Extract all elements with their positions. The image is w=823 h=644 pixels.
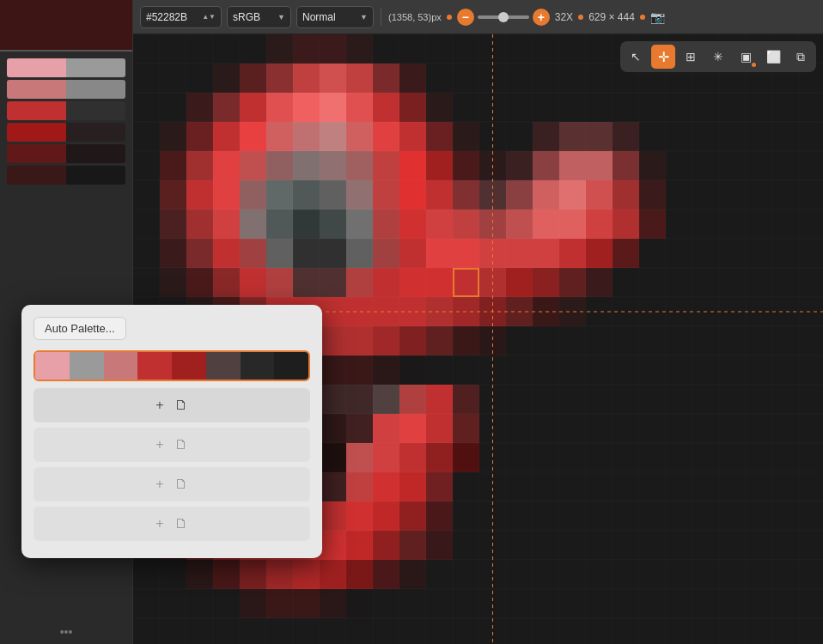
add-icon-2: + [155,437,163,453]
pointer-icon: ↖ [631,50,641,64]
palette-slot-6[interactable] [241,352,275,380]
file-icon-2: 🗋 [174,437,188,453]
swatch[interactable] [66,166,125,185]
swatch[interactable] [66,123,125,142]
crosshair-tool[interactable]: ✛ [651,45,675,69]
more-button[interactable]: ••• [0,620,132,644]
color-mode-arrow: ▼ [277,13,285,21]
layers-tool[interactable]: ⧉ [789,45,813,69]
coordinates: (1358, 53)px [388,12,442,22]
palette-slot-0[interactable] [35,352,70,380]
blend-mode-arrow: ▼ [360,13,368,21]
crop-icon: ⬜ [766,50,781,64]
swatch[interactable] [7,58,66,77]
palette-slot-5[interactable] [206,352,241,380]
layers-icon: ⧉ [796,50,805,64]
swatch-row [7,166,125,185]
palette-strip-container [34,350,310,381]
file-icon-1: 🗋 [174,398,188,413]
add-icon-4: + [155,516,163,532]
palette-action-row-2[interactable]: + 🗋 [34,428,310,462]
zoom-out-button[interactable]: − [457,9,474,26]
top-toolbar: #52282B ▲▼ sRGB ▼ Normal ▼ (1358, 53)px … [133,0,823,34]
select-icon: ▣ [741,50,752,64]
palette-slot-7[interactable] [274,352,308,380]
auto-palette-popup: Auto Palette... + 🗋 + 🗋 + 🗋 + 🗋 [21,305,322,558]
pointer-tool[interactable]: ↖ [624,45,648,69]
swatch[interactable] [66,58,125,77]
palette-action-row-3[interactable]: + 🗋 [34,467,310,501]
color-mode-value: sRGB [233,11,260,23]
crosshair-icon: ✛ [658,49,669,65]
hex-color-input[interactable]: #52282B ▲▼ [140,6,222,28]
palette-action-row-4[interactable]: + 🗋 [34,507,310,541]
color-mode-select[interactable]: sRGB ▼ [227,6,291,28]
separator [381,9,381,26]
symmetry-tool[interactable]: ✳ [706,45,730,69]
select-dot [752,63,756,67]
zoom-slider[interactable] [478,15,529,19]
add-icon-3: + [155,477,163,492]
palette-slot-2[interactable] [104,352,138,380]
swatch-row [7,101,125,120]
swatch[interactable] [66,101,125,120]
swatch[interactable] [7,166,66,185]
coord-dot [447,15,452,20]
size-dot [640,15,645,20]
zoom-slider-thumb [498,12,509,22]
blend-mode-select[interactable]: Normal ▼ [296,6,374,28]
grid-icon: ⊞ [686,50,696,64]
crop-tool[interactable]: ⬜ [761,45,785,69]
palette-slot-4[interactable] [172,352,206,380]
hex-value: #52282B [146,11,187,23]
swatch-row [7,80,125,99]
palette-slot-1[interactable] [70,352,104,380]
select-tool[interactable]: ▣ [734,45,758,69]
swatch[interactable] [7,80,66,99]
canvas-size: 629 × 444 [588,11,635,23]
swatch-row [7,58,125,77]
color-preview [0,0,132,52]
right-toolbar: ↖ ✛ ⊞ ✳ ▣ ⬜ ⧉ [620,41,816,72]
palette-strip [35,352,308,380]
palette-action-row-1[interactable]: + 🗋 [34,388,310,422]
swatch[interactable] [7,101,66,120]
swatch[interactable] [7,123,66,142]
file-icon-3: 🗋 [174,477,188,492]
zoom-level: 32X [555,11,573,23]
auto-palette-button[interactable]: Auto Palette... [34,317,126,340]
file-icon-4: 🗋 [174,516,188,532]
swatch[interactable] [7,144,66,163]
add-icon-1: + [155,398,163,413]
swatch[interactable] [66,80,125,99]
blend-mode-value: Normal [302,11,336,23]
swatch[interactable] [66,144,125,163]
hex-arrows: ▲▼ [202,13,216,21]
swatch-row [7,144,125,163]
zoom-in-button[interactable]: + [533,9,550,26]
camera-icon[interactable]: 📷 [650,10,665,24]
zoom-dot [578,15,583,20]
zoom-controls: − + [457,9,550,26]
grid-tool[interactable]: ⊞ [679,45,703,69]
symmetry-icon: ✳ [713,50,723,64]
swatch-row [7,123,125,142]
palette-slot-3[interactable] [137,352,172,380]
